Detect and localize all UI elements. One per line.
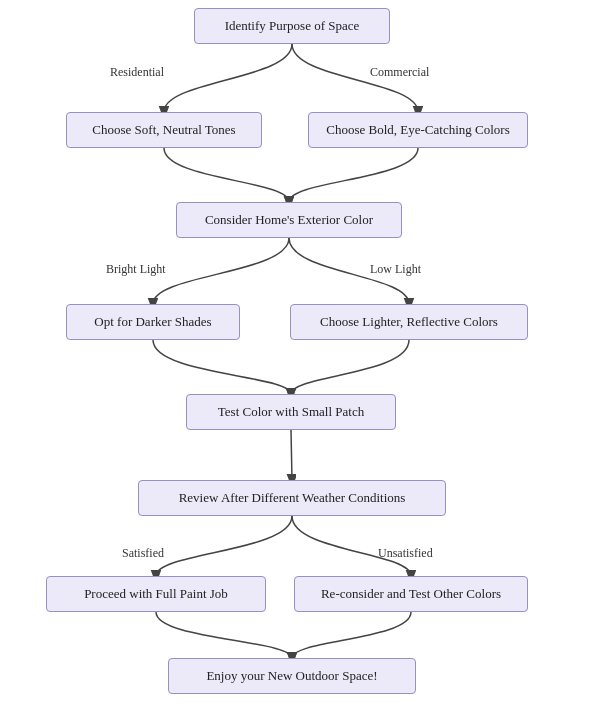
bold-eye-node: Choose Bold, Eye-Catching Colors: [308, 112, 528, 148]
reconsider-node: Re-consider and Test Other Colors: [294, 576, 528, 612]
lighter-reflective-node: Choose Lighter, Reflective Colors: [290, 304, 528, 340]
low-light-label: Low Light: [370, 262, 421, 277]
residential-label: Residential: [110, 65, 164, 80]
review-weather-node: Review After Different Weather Condition…: [138, 480, 446, 516]
identify-node: Identify Purpose of Space: [194, 8, 390, 44]
proceed-full-node: Proceed with Full Paint Job: [46, 576, 266, 612]
svg-line-1: [291, 430, 292, 480]
flowchart: Identify Purpose of Space Choose Soft, N…: [0, 0, 602, 710]
enjoy-node: Enjoy your New Outdoor Space!: [168, 658, 416, 694]
test-color-node: Test Color with Small Patch: [186, 394, 396, 430]
satisfied-label: Satisfied: [122, 546, 164, 561]
unsatisfied-label: Unsatisfied: [378, 546, 433, 561]
commercial-label: Commercial: [370, 65, 429, 80]
soft-neutral-node: Choose Soft, Neutral Tones: [66, 112, 262, 148]
consider-exterior-node: Consider Home's Exterior Color: [176, 202, 402, 238]
bright-light-label: Bright Light: [106, 262, 166, 277]
darker-shades-node: Opt for Darker Shades: [66, 304, 240, 340]
